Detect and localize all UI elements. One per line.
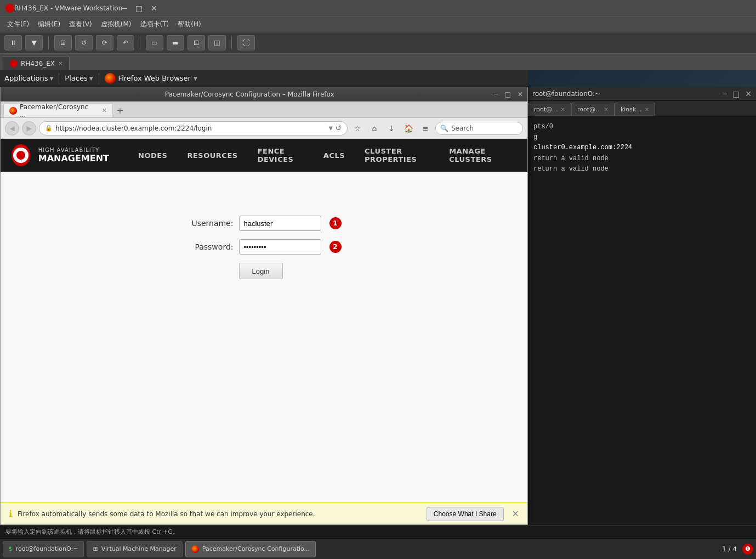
vm-btn-4[interactable]: ↶ <box>117 35 134 50</box>
nav-acls[interactable]: ACLS <box>314 140 355 171</box>
vmware-titlebar: RH436_EX - VMware Workstation ─ □ ✕ <box>0 0 756 16</box>
firefox-icon <box>105 73 116 84</box>
search-placeholder: Search <box>451 125 474 132</box>
nav-icons: ☆ ⌂ ↓ 🏠 ≡ <box>350 121 433 135</box>
tab-label: Pacemaker/Corosync ... <box>20 103 96 118</box>
term-tab-label-2: root@... <box>577 106 601 113</box>
term-tab-close-1[interactable]: ✕ <box>561 106 565 112</box>
menu-vm[interactable]: 虚拟机(M) <box>96 18 136 31</box>
terminal-minimize-icon[interactable]: ─ <box>723 89 727 98</box>
login-form: Username: 1 Password: 2 Login <box>187 216 342 279</box>
toolbar-sep-3 <box>231 36 232 49</box>
applications-menu[interactable]: Applications ▼ <box>4 74 53 82</box>
taskbar-browser[interactable]: Pacemaker/Corosync Configuratio... <box>185 541 316 557</box>
bookmark-star-icon[interactable]: ☆ <box>350 121 365 135</box>
password-input[interactable] <box>239 239 321 255</box>
taskbar-vmmgr[interactable]: ⊞ Virtual Machine Manager <box>87 541 182 557</box>
close-icon[interactable]: ✕ <box>151 4 157 13</box>
terminal-maximize-icon[interactable]: □ <box>732 89 740 98</box>
vm-tab-close[interactable]: ✕ <box>58 60 62 66</box>
notification-close-icon[interactable]: ✕ <box>512 509 519 519</box>
browser-titlebar: Pacemaker/Corosync Configuration – Mozil… <box>1 87 527 101</box>
places-menu[interactable]: Places ▼ <box>65 74 93 82</box>
terminal-title: root@foundationO:~ <box>532 90 723 98</box>
toolbar-sep-2 <box>140 36 140 49</box>
menu-help[interactable]: 帮助(H) <box>173 18 205 31</box>
os-bar-sep-1 <box>59 73 59 84</box>
nav-cluster-properties[interactable]: CLUSTER PROPERTIES <box>355 139 439 174</box>
menu-edit[interactable]: 编辑(E) <box>33 18 65 31</box>
vm-btn-3[interactable]: ⟳ <box>96 35 113 50</box>
maximize-icon[interactable]: □ <box>135 4 143 13</box>
password-row: Password: 2 <box>187 239 342 255</box>
dropdown-btn[interactable]: ▼ <box>25 35 43 50</box>
firefox-label: Firefox Web Browser <box>118 74 191 82</box>
term-line-5: g <box>533 132 751 143</box>
display-btn-1[interactable]: ▭ <box>146 35 163 50</box>
nav-resources[interactable]: RESOURCES <box>177 140 247 171</box>
vm-tab-icon <box>10 60 18 67</box>
browser-tabs: Pacemaker/Corosync ... ✕ + <box>1 101 527 118</box>
menu-view[interactable]: 查看(V) <box>65 18 96 31</box>
login-button-row: Login <box>187 263 283 279</box>
terminal-content[interactable]: pts/0 g cluster0.example.com:2224 return… <box>528 116 756 525</box>
login-area: Username: 1 Password: 2 Login <box>1 172 527 502</box>
os-bar-sep-2 <box>99 73 99 84</box>
terminal-close-icon[interactable]: ✕ <box>745 89 752 98</box>
nav-fence-devices[interactable]: FENCE DEVICES <box>248 139 314 174</box>
status-text: 要将输入定向到该虚拟机，请将鼠标指针移入其中或按 Ctrl+G。 <box>5 528 179 536</box>
ha-logo <box>12 144 30 166</box>
fullscreen-btn[interactable]: ⛶ <box>237 35 255 50</box>
nav-manage-clusters[interactable]: MANAGE CLUSTERS <box>439 139 516 174</box>
browser-maximize-icon[interactable]: □ <box>505 91 511 98</box>
term-tab-close-3[interactable]: ✕ <box>645 106 649 112</box>
display-btn-4[interactable]: ◫ <box>208 35 226 50</box>
vmware-window: RH436_EX - VMware Workstation ─ □ ✕ 文件(F… <box>0 0 756 559</box>
vmware-title: RH436_EX - VMware Workstation <box>14 4 122 12</box>
display-btn-3[interactable]: ⊟ <box>187 35 205 50</box>
search-bar[interactable]: 🔍 Search <box>435 122 523 135</box>
search-icon: 🔍 <box>440 125 448 132</box>
term-line-11: return a valid node <box>533 164 751 174</box>
username-input[interactable] <box>239 216 321 231</box>
term-tab-close-2[interactable]: ✕ <box>604 106 608 112</box>
new-tab-button[interactable]: + <box>113 103 127 117</box>
ha-logo-inner <box>13 148 29 163</box>
menu-file[interactable]: 文件(F) <box>3 18 33 31</box>
address-dropdown-icon: ▼ <box>328 125 333 131</box>
reload-icon[interactable]: ↺ <box>336 124 342 132</box>
browser-close-icon[interactable]: ✕ <box>518 91 523 98</box>
forward-button[interactable]: ▶ <box>22 121 36 135</box>
terminal-tab-kiosk[interactable]: kiosk... ✕ <box>615 103 655 116</box>
browser-tab-pacemaker[interactable]: Pacemaker/Corosync ... ✕ <box>3 103 113 117</box>
menu-tab[interactable]: 选项卡(T) <box>136 18 174 31</box>
tab-close-icon[interactable]: ✕ <box>102 107 107 114</box>
term-line-9: return a valid node <box>533 154 751 164</box>
download-icon[interactable]: ↓ <box>384 121 399 135</box>
minimize-icon[interactable]: ─ <box>122 4 127 13</box>
nav-nodes[interactable]: NODES <box>128 140 177 171</box>
home2-icon[interactable]: 🏠 <box>401 121 416 135</box>
taskbar: $ root@foundationO:~ ⊞ Virtual Machine M… <box>0 538 756 559</box>
display-btn-2[interactable]: ▬ <box>167 35 184 50</box>
home-icon[interactable]: ⌂ <box>367 121 382 135</box>
pause-btn[interactable]: ⏸ <box>4 35 22 50</box>
back-button[interactable]: ◀ <box>5 121 19 135</box>
menu-icon[interactable]: ≡ <box>418 121 433 135</box>
taskbar-terminal[interactable]: $ root@foundationO:~ <box>3 541 84 557</box>
vm-btn-1[interactable]: ⊞ <box>54 35 72 50</box>
browser-minimize-icon[interactable]: ─ <box>494 91 498 98</box>
applications-arrow: ▼ <box>49 76 53 81</box>
login-button[interactable]: Login <box>239 263 283 279</box>
address-bar[interactable]: 🔒 https://nodea.cluster0.example.com:222… <box>39 121 348 135</box>
terminal-tab-root1[interactable]: root@... ✕ <box>528 103 571 116</box>
terminal-tab-root2[interactable]: root@... ✕ <box>571 103 615 116</box>
vm-tab-rh436[interactable]: RH436_EX ✕ <box>3 56 70 70</box>
rh-icon: ❶ <box>742 544 753 555</box>
username-label: Username: <box>187 219 234 228</box>
vm-btn-2[interactable]: ↺ <box>75 35 93 50</box>
firefox-menu[interactable]: Firefox Web Browser ▼ <box>105 73 197 84</box>
applications-label: Applications <box>4 74 48 82</box>
choose-share-button[interactable]: Choose What I Share <box>427 507 504 521</box>
toolbar-sep-1 <box>48 36 49 49</box>
